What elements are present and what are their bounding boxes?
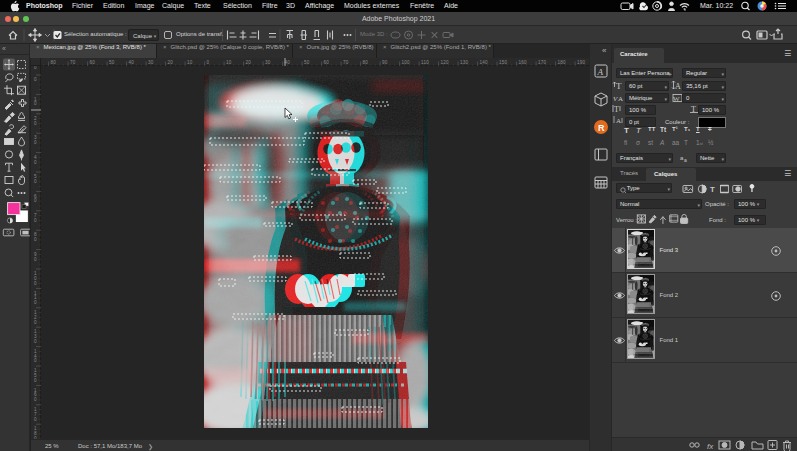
svg-text:R: R (598, 123, 605, 133)
svg-text:A: A (597, 67, 604, 77)
svg-text:130: 130 (460, 60, 469, 65)
svg-text:0: 0 (34, 179, 37, 184)
svg-text:0: 0 (34, 77, 37, 82)
svg-text:120: 120 (441, 60, 450, 65)
svg-text:0: 0 (34, 218, 37, 223)
svg-text:T: T (710, 185, 715, 194)
svg-text:fx: fx (707, 442, 714, 451)
svg-text:0: 0 (34, 320, 37, 325)
svg-text:0: 0 (34, 339, 37, 344)
svg-text:T: T (614, 105, 619, 114)
svg-text:160: 160 (519, 60, 528, 65)
svg-text:150: 150 (499, 60, 508, 65)
svg-text:0: 0 (34, 358, 37, 363)
svg-text:0: 0 (207, 60, 210, 65)
svg-text:0: 0 (34, 417, 37, 422)
svg-text:110: 110 (421, 60, 429, 65)
svg-text:0: 0 (34, 121, 37, 126)
svg-text:A: A (618, 95, 623, 103)
svg-text:140: 140 (480, 60, 489, 65)
svg-text:«: « (602, 46, 607, 55)
svg-text:A: A (616, 117, 621, 125)
svg-text:170: 170 (538, 60, 547, 65)
svg-text:«: « (2, 45, 8, 52)
svg-text:0: 0 (34, 198, 37, 203)
svg-text:0: 0 (34, 397, 37, 402)
svg-text:100: 100 (402, 60, 411, 65)
svg-text:0: 0 (34, 378, 37, 383)
svg-text:A: A (675, 82, 681, 91)
svg-text:0: 0 (34, 237, 37, 242)
svg-text:0: 0 (34, 140, 37, 145)
svg-text:T: T (616, 81, 622, 91)
svg-text:0: 0 (34, 281, 37, 286)
svg-text:0: 0 (34, 101, 37, 106)
svg-text:180: 180 (558, 60, 567, 65)
svg-text:190: 190 (577, 60, 586, 65)
svg-text:0: 0 (34, 257, 37, 262)
svg-text:0: 0 (34, 160, 37, 165)
svg-text:0: 0 (34, 300, 37, 305)
